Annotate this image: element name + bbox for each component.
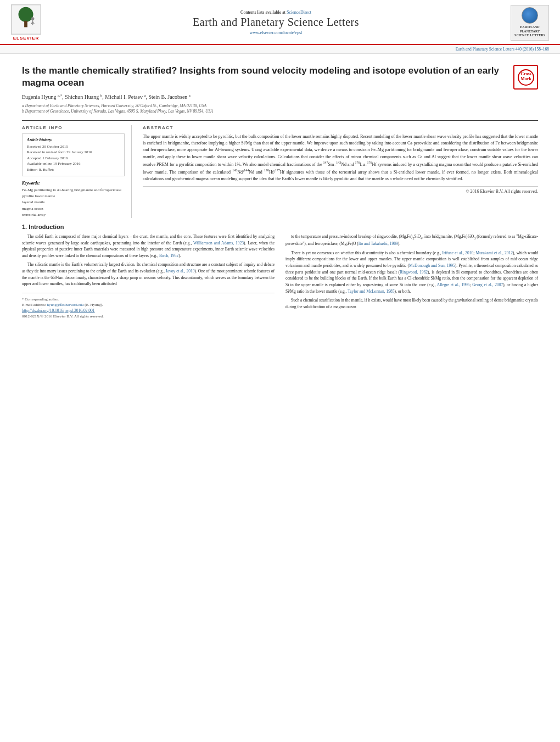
main-body: 1. Introduction The solid Earth is compo… (22, 224, 538, 320)
contents-available-text: Contents lists available at ScienceDirec… (41, 10, 511, 15)
ref-ringwood-link[interactable]: Ringwood, 1962 (400, 270, 428, 275)
journal-title: Earth and Planetary Science Letters (41, 16, 511, 29)
article-title: Is the mantle chemically stratified? Ins… (22, 65, 513, 89)
ref-williamson-link[interactable]: Williamson and Adams, 1923 (193, 241, 244, 246)
elsevier-tree-logo (11, 4, 41, 35)
journal-header: ELSEVIER Contents lists available at Sci… (0, 0, 560, 45)
earth-sphere-icon (522, 7, 538, 24)
elsevier-logo: ELSEVIER (11, 4, 41, 41)
body-text-right: to the temperature and pressure-induced … (285, 233, 538, 310)
abstract-heading: ABSTRACT (143, 125, 538, 130)
ref-murakami-link[interactable]: Murakami et al., 2012 (476, 250, 513, 255)
ref-taylor-link[interactable]: Taylor and McLennan, 1985 (348, 289, 394, 294)
article-history-title: Article history: (27, 137, 120, 142)
ref-allegre-link[interactable]: Allegre et al., 1995 (437, 282, 470, 287)
ref-birch-link[interactable]: Birch, 1952 (159, 253, 178, 258)
body-col-left: The solid Earth is composed of three maj… (22, 233, 275, 320)
svg-text:Cross: Cross (520, 71, 531, 76)
sciencedirect-link[interactable]: ScienceDirect (287, 10, 311, 15)
crossmark-badge[interactable]: Cross Mark (513, 65, 538, 90)
body-two-col: The solid Earth is composed of three maj… (22, 233, 538, 320)
copyright-line: © 2016 Elsevier B.V. All rights reserved… (143, 186, 538, 194)
article-info-abstract-section: ARTICLE INFO Article history: Received 3… (22, 120, 538, 218)
svg-rect-2 (24, 21, 27, 27)
svg-point-1 (19, 7, 33, 22)
abstract-column: ABSTRACT The upper mantle is widely acce… (143, 125, 538, 218)
ref-mcdonough-link[interactable]: McDonough and Sun, 1995 (409, 263, 455, 268)
journal-header-center: Contents lists available at ScienceDirec… (41, 10, 511, 35)
ref-javoy-link[interactable]: Javoy et al., 2010 (166, 269, 195, 274)
svg-text:Mark: Mark (520, 76, 531, 81)
keywords-title: Keywords: (22, 181, 125, 186)
footnote-area: * Corresponding author. E-mail address: … (22, 293, 275, 319)
earth-logo-text: EARTH AND PLANETARY SCIENCE LETTERS (513, 25, 547, 38)
email-link[interactable]: hyung@fas.harvard.edu (47, 303, 84, 307)
email-note: E-mail address: hyung@fas.harvard.edu (E… (22, 303, 275, 307)
ref-ito-link[interactable]: Ito and Takahashi, 1989 (359, 241, 398, 246)
affiliation-a: a Department of Earth and Planetary Scie… (22, 103, 513, 108)
journal-url[interactable]: www.elsevier.com/locate/epsl (41, 30, 511, 35)
article-title-section: Is the mantle chemically stratified? Ins… (22, 65, 538, 116)
ref-irifune-link[interactable]: Irifune et al., 2010 (443, 250, 474, 255)
issn-text: 0012-821X/© 2016 Elsevier B.V. All right… (22, 314, 275, 319)
elsevier-brand-text: ELSEVIER (13, 36, 40, 41)
content-area: Is the mantle chemically stratified? Ins… (0, 54, 560, 325)
affiliation-b: b Department of Geoscience, University o… (22, 109, 513, 114)
affiliations: a Department of Earth and Planetary Scie… (22, 103, 513, 114)
article-info-column: ARTICLE INFO Article history: Received 3… (22, 125, 132, 218)
citation-bar: Earth and Planetary Science Letters 440 … (0, 45, 560, 54)
svg-point-3 (31, 17, 35, 20)
article-info-heading: ARTICLE INFO (22, 125, 125, 130)
page: ELSEVIER Contents lists available at Sci… (0, 0, 560, 742)
section-1-title: 1. Introduction (22, 224, 538, 230)
authors: Eugenia Hyung a,*, Shichun Huang b, Mich… (22, 93, 513, 100)
body-col-right: to the temperature and pressure-induced … (285, 233, 538, 320)
ref-georg-link[interactable]: Georg et al., 2007 (472, 282, 503, 287)
abstract-text: The upper mantle is widely accepted to b… (143, 133, 538, 183)
doi-link[interactable]: http://dx.doi.org/10.1016/j.epsl.2016.02… (22, 308, 95, 313)
keywords-box: Keywords: Fe–Mg partitioning in Al-beari… (22, 181, 125, 218)
article-title-text: Is the mantle chemically stratified? Ins… (22, 65, 513, 116)
article-history-box: Article history: Received 30 October 201… (22, 133, 125, 177)
earth-journal-logo: EARTH AND PLANETARY SCIENCE LETTERS (511, 5, 549, 41)
keywords-text: Fe–Mg partitioning in Al-bearing bridgma… (22, 187, 125, 218)
article-history-text: Received 30 October 2015 Received in rev… (27, 144, 120, 173)
corresponding-author-note: * Corresponding author. (22, 297, 275, 302)
body-text-left: The solid Earth is composed of three maj… (22, 233, 275, 287)
